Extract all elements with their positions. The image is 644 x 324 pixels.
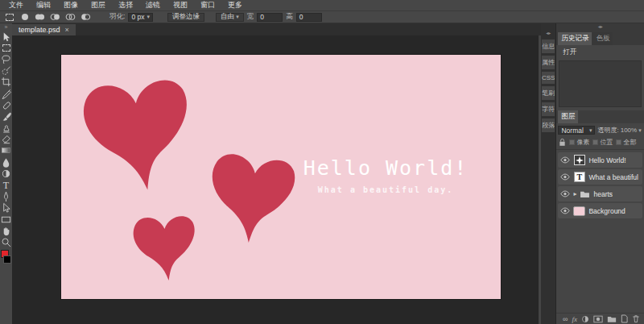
collapse-strip-icon[interactable]: ◂▸ — [541, 30, 555, 38]
lock-all-icon — [616, 139, 621, 145]
history-panel-tabs: 历史记录 色板 — [556, 31, 644, 45]
panel-tab-character[interactable]: 字符 — [542, 102, 555, 116]
refine-edge-button[interactable]: 调整边缘 — [167, 13, 204, 22]
close-tab-icon[interactable]: × — [65, 26, 69, 34]
width-label: 宽 — [247, 12, 254, 22]
layer-name[interactable]: Background — [588, 207, 625, 215]
selection-intersect-mode-icon[interactable] — [64, 12, 76, 22]
history-list-area[interactable] — [559, 60, 642, 107]
lock-position-toggle[interactable]: 位置 — [592, 138, 613, 147]
visibility-eye-icon[interactable] — [560, 190, 570, 197]
big-heart — [81, 77, 196, 196]
visibility-eye-icon[interactable] — [560, 173, 570, 181]
path-select-tool[interactable] — [0, 202, 12, 214]
layer-name[interactable]: What a beautiful day. — [588, 173, 640, 181]
blend-controls: Normal ▾ 透明度: 100% ▾ — [556, 123, 644, 136]
menu-edit[interactable]: 编辑 — [31, 0, 56, 10]
tab-history[interactable]: 历史记录 — [558, 32, 592, 45]
eyedropper-tool[interactable] — [0, 88, 12, 99]
selection-exclude-mode-icon[interactable] — [80, 12, 92, 22]
right-heart — [204, 152, 297, 247]
workspace-scrollbar[interactable] — [539, 35, 541, 324]
menu-bar: 文件 编辑 图像 图层 选择 滤镜 视图 窗口 更多 — [0, 0, 644, 11]
selection-subtract-mode-icon[interactable] — [49, 12, 61, 22]
new-folder-icon[interactable] — [607, 315, 617, 323]
delete-layer-icon[interactable] — [632, 314, 640, 323]
panel-tab-info[interactable]: 信息 — [542, 39, 555, 53]
blend-mode-select[interactable]: Normal ▾ — [558, 126, 595, 135]
document-tab-title: template.psd — [19, 26, 60, 34]
photo-editor-app: 文件 编辑 图像 图层 选择 滤镜 视图 窗口 更多 羽化: 0 px▾ 调整边… — [0, 0, 644, 324]
new-selection-icon[interactable] — [3, 12, 15, 22]
menu-more[interactable]: 更多 — [222, 0, 248, 10]
type-tool[interactable]: T — [0, 179, 12, 190]
menu-file[interactable]: 文件 — [3, 0, 29, 10]
width-input[interactable]: 0 — [257, 13, 283, 22]
background-color-swatch[interactable] — [3, 255, 11, 264]
menu-layer[interactable]: 图层 — [85, 0, 111, 10]
menu-filter[interactable]: 滤镜 — [140, 0, 166, 10]
hand-tool[interactable] — [0, 225, 12, 236]
blur-tool[interactable] — [0, 156, 12, 168]
fx-icon[interactable]: fx — [572, 315, 578, 323]
rectangle-shape-tool[interactable] — [0, 214, 12, 225]
healing-brush-tool[interactable] — [0, 99, 12, 110]
link-icon[interactable]: ∞ — [563, 315, 568, 323]
eraser-tool[interactable] — [0, 134, 12, 145]
small-heart — [133, 215, 197, 282]
aspect-dropdown-icon: ▾ — [236, 14, 239, 20]
canvas[interactable]: Hello World! What a beautiful day. — [61, 55, 501, 299]
mask-icon[interactable] — [593, 315, 603, 323]
selection-new-mode-icon[interactable] — [19, 12, 31, 22]
menu-view[interactable]: 视图 — [167, 0, 193, 10]
new-layer-icon[interactable] — [621, 314, 628, 323]
tab-swatches[interactable]: 色板 — [592, 32, 613, 45]
selection-add-mode-icon[interactable] — [34, 12, 46, 22]
quick-select-tool[interactable] — [0, 65, 12, 77]
zoom-tool[interactable] — [0, 236, 12, 247]
lasso-tool[interactable] — [0, 53, 12, 64]
move-tool[interactable] — [0, 31, 12, 42]
menu-window[interactable]: 窗口 — [195, 0, 221, 10]
panel-tab-properties[interactable]: 属性 — [542, 56, 555, 69]
canvas-area[interactable]: Hello World! What a beautiful day. — [12, 35, 541, 324]
lock-all-toggle[interactable]: 全部 — [616, 138, 636, 147]
opacity-value[interactable]: 100% — [621, 127, 637, 134]
menu-image[interactable]: 图像 — [58, 0, 84, 10]
layer-row-hello-world[interactable]: Hello World! — [558, 152, 642, 168]
toolbar-overflow-icon[interactable]: » — [5, 24, 8, 31]
adjustment-icon[interactable] — [581, 315, 589, 323]
history-entry-open[interactable]: 打开 — [556, 45, 644, 60]
feather-input[interactable]: 0 px▾ — [128, 13, 153, 22]
brush-tool[interactable] — [0, 110, 12, 122]
height-input[interactable]: 0 — [296, 13, 322, 22]
layer-row-subtitle[interactable]: T What a beautiful day. — [558, 169, 642, 185]
visibility-eye-icon[interactable] — [560, 156, 570, 164]
color-swatches — [0, 250, 12, 268]
document-tab[interactable]: template.psd × — [12, 24, 76, 35]
panel-collapse-icon[interactable]: ◂▸ — [556, 23, 644, 31]
panel-tab-brush[interactable]: 笔刷 — [542, 86, 555, 100]
layer-name[interactable]: hearts — [593, 190, 613, 198]
feather-dropdown-icon[interactable]: ▾ — [147, 14, 150, 20]
layer-row-background[interactable]: Background — [558, 203, 642, 218]
menu-select[interactable]: 选择 — [113, 0, 138, 10]
opacity-dropdown-icon[interactable]: ▾ — [638, 127, 642, 134]
tab-layers[interactable]: 图层 — [558, 110, 578, 123]
marquee-select-tool[interactable] — [0, 42, 12, 53]
lock-pixels-toggle[interactable]: 像素 — [569, 138, 589, 147]
layer-row-hearts-group[interactable]: ▸ hearts — [558, 186, 642, 201]
pen-tool[interactable] — [0, 191, 12, 202]
aspect-mode-select[interactable]: 自由 ▾ — [216, 13, 244, 22]
clone-stamp-tool[interactable] — [0, 123, 12, 134]
panel-tab-paragraph[interactable]: 段落 — [542, 118, 555, 132]
opacity-control[interactable]: 透明度: 100% ▾ — [597, 126, 641, 135]
gradient-tool[interactable] — [0, 145, 12, 156]
dodge-tool[interactable] — [0, 168, 12, 179]
crop-tool[interactable] — [0, 77, 12, 88]
expand-group-icon[interactable]: ▸ — [573, 190, 576, 197]
layer-name[interactable]: Hello World! — [588, 156, 625, 164]
visibility-eye-icon[interactable] — [560, 207, 570, 214]
layer-list: Hello World! T What a beautiful day. ▸ — [556, 150, 644, 313]
panel-tab-css[interactable]: CSS — [542, 72, 555, 84]
